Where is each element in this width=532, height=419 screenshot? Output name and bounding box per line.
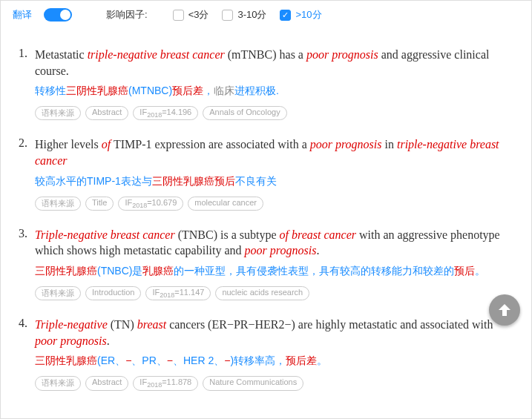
tag[interactable]: Abstract (85, 106, 128, 120)
filter-checkbox[interactable]: 3-10分 (222, 8, 266, 22)
tag[interactable]: Introduction (85, 286, 141, 300)
result-item: 3.Triple-negative breast cancer (TNBC) i… (14, 227, 518, 300)
result-number: 4. (14, 317, 27, 390)
tag[interactable]: IF2018=11.147 (145, 286, 211, 300)
impact-factor-label: 影响因子: (106, 8, 148, 22)
chinese-translation: 较高水平的TIMP-1表达与三阴性乳腺癌预后不良有关 (35, 174, 518, 189)
tag[interactable]: nucleic acids research (215, 286, 309, 300)
result-item: 2.Higher levels of TIMP-1 expression are… (14, 136, 518, 210)
english-text: Higher levels of TIMP-1 expression are a… (35, 136, 518, 168)
chinese-translation: 三阴性乳腺癌(ER、−、PR、−、HER 2、−)转移率高，预后差。 (35, 353, 518, 369)
tag[interactable]: IF2018=10.679 (118, 197, 183, 211)
tag[interactable]: 语料来源 (35, 197, 81, 211)
tag-row: 语料来源TitleIF2018=10.679molecular cancer (35, 197, 518, 211)
tag[interactable]: 语料来源 (35, 106, 81, 120)
chinese-translation: 转移性三阴性乳腺癌(MTNBC)预后差，临床进程积极. (35, 83, 518, 99)
tag[interactable]: Title (85, 197, 114, 211)
filter-label: 3-10分 (237, 8, 266, 22)
results-list: 1.Metastatic triple-negative breast canc… (7, 47, 525, 391)
checkbox-icon: ✓ (280, 10, 291, 21)
english-text: Triple-negative breast cancer (TNBC) is … (35, 227, 518, 259)
filter-bar: 翻译 影响因子: <3分3-10分✓>10分 (7, 1, 525, 30)
filter-checkbox[interactable]: ✓>10分 (280, 8, 321, 22)
arrow-up-icon (496, 301, 513, 319)
english-text: Metastatic triple-negative breast cancer… (35, 47, 518, 79)
tag[interactable]: Nature Communications (203, 376, 303, 390)
result-number: 2. (14, 136, 27, 210)
tag[interactable]: IF2018=11.878 (133, 376, 198, 390)
filter-label: >10分 (295, 8, 321, 22)
tag[interactable]: Abstract (85, 376, 128, 390)
result-item: 1.Metastatic triple-negative breast canc… (14, 47, 518, 120)
tag[interactable]: 语料来源 (35, 376, 81, 390)
translate-label: 翻译 (13, 8, 32, 22)
chinese-translation: 三阴性乳腺癌(TNBC)是乳腺癌的一种亚型，具有侵袭性表型，具有较高的转移能力和… (35, 263, 518, 279)
result-item: 4.Triple-negative (TN) breast cancers (E… (14, 317, 518, 390)
tag-row: 语料来源AbstractIF2018=14.196Annals of Oncol… (35, 106, 518, 120)
tag-row: 语料来源AbstractIF2018=11.878Nature Communic… (35, 376, 518, 390)
tag[interactable]: Annals of Oncology (203, 106, 286, 120)
tag[interactable]: IF2018=14.196 (133, 106, 198, 120)
result-number: 3. (14, 227, 27, 300)
checkbox-icon (173, 10, 184, 21)
filter-checkbox[interactable]: <3分 (173, 8, 209, 22)
scroll-top-button[interactable] (489, 294, 520, 326)
tag[interactable]: molecular cancer (188, 197, 263, 211)
result-number: 1. (14, 47, 27, 120)
checkbox-icon (222, 10, 233, 21)
tag[interactable]: 语料来源 (35, 286, 81, 300)
filter-label: <3分 (188, 8, 209, 22)
translate-toggle[interactable] (44, 8, 72, 22)
english-text: Triple-negative (TN) breast cancers (ER−… (35, 317, 518, 349)
tag-row: 语料来源IntroductionIF2018=11.147nucleic aci… (35, 286, 518, 300)
